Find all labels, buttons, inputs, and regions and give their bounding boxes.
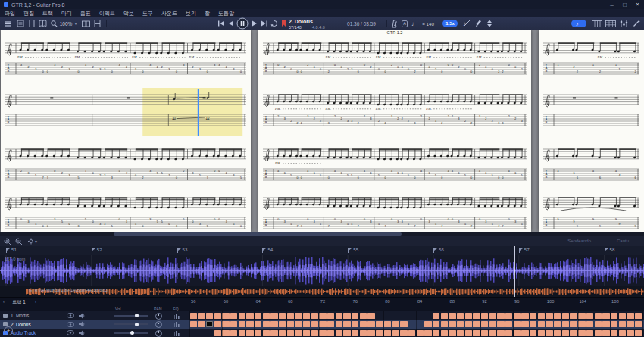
timeline-zoom-in-icon[interactable] (3, 236, 12, 246)
grid-bar-cell[interactable] (198, 313, 205, 319)
grid-bar-cell[interactable] (303, 330, 310, 336)
grid-bar-cell[interactable] (352, 330, 358, 336)
grid-bar-cell[interactable] (246, 330, 253, 336)
grid-bar-cell[interactable] (222, 321, 229, 327)
grid-bar-cell[interactable] (336, 321, 342, 327)
volume-slider[interactable] (114, 323, 148, 325)
grid-bar-cell[interactable] (602, 330, 609, 336)
loop-icon[interactable] (270, 17, 279, 30)
play-pause-button[interactable] (236, 17, 249, 30)
grid-bar-cell[interactable] (441, 330, 448, 336)
track-name[interactable]: 1. Mortis (11, 313, 29, 318)
grid-bar-cell[interactable] (303, 321, 310, 327)
grid-bar-cell[interactable] (408, 330, 415, 336)
menu-item-4[interactable]: 음표 (80, 10, 91, 17)
grid-bar-cell[interactable] (586, 330, 593, 336)
eq-icon[interactable] (173, 330, 180, 336)
grid-bar-cell[interactable] (384, 330, 391, 336)
grid-bar-cell[interactable] (473, 313, 480, 319)
grid-bar-cell[interactable] (530, 330, 536, 336)
grid-bar-cell[interactable] (343, 330, 350, 336)
score-page-3[interactable]: TAB12212112P.M.TABTAB46646446TAB99999999 (539, 30, 644, 232)
grid-bar-cell[interactable] (246, 321, 253, 327)
count-in-button[interactable]: A (400, 17, 409, 30)
grid-bar-cell[interactable] (514, 313, 521, 319)
grid-bar-cell[interactable] (263, 330, 270, 336)
view-book-icon[interactable] (38, 17, 48, 30)
section-label-1[interactable]: Sendeando (567, 239, 591, 243)
pencil-icon[interactable] (474, 17, 483, 30)
grid-bar-cell[interactable] (465, 330, 472, 336)
grid-bar-cell[interactable] (635, 313, 642, 319)
score-page-2[interactable]: GTR 1.2TAB0200020020022002P.M.00200020P.… (258, 30, 531, 232)
track-mute-icon[interactable] (79, 330, 86, 336)
grid-bar-cell[interactable] (239, 313, 245, 319)
layout-horizontal-icon[interactable] (81, 17, 91, 30)
tracks-next-icon[interactable]: › (35, 299, 36, 304)
menu-item-6[interactable]: 악보 (123, 10, 134, 17)
grid-bar-cell[interactable] (481, 313, 488, 319)
grid-bar-cell[interactable] (602, 313, 609, 319)
grid-bar-cell[interactable] (367, 313, 374, 319)
grid-bar-cell[interactable] (595, 313, 602, 319)
grid-bar-cell[interactable] (295, 321, 302, 327)
mixer-icon[interactable] (618, 17, 629, 30)
grid-bar-cell[interactable] (270, 313, 277, 319)
grid-bar-cell[interactable] (578, 321, 585, 327)
grid-bar-cell[interactable] (360, 313, 367, 319)
pan-knob[interactable] (155, 313, 162, 320)
volume-slider[interactable] (114, 332, 148, 334)
grid-bar-cell[interactable] (489, 330, 496, 336)
fretboard-icon[interactable] (605, 17, 617, 30)
grid-bar-cell[interactable] (554, 313, 561, 319)
grid-bar-cell[interactable] (546, 313, 552, 319)
grid-bar-cell[interactable] (473, 330, 480, 336)
grid-bar-cell[interactable] (287, 321, 294, 327)
relative-speed-icon[interactable]: ♪ (462, 17, 471, 30)
zoom-caret-icon[interactable]: ▼ (73, 17, 79, 30)
grid-bar-cell[interactable] (619, 330, 626, 336)
zoom-icon[interactable] (50, 17, 58, 30)
menu-item-11[interactable]: 도움말 (218, 10, 234, 17)
menu-item-7[interactable]: 도구 (142, 10, 153, 17)
menu-item-10[interactable]: 창 (205, 10, 210, 17)
track-visibility-icon[interactable] (67, 322, 74, 327)
view-score-icon[interactable] (15, 17, 25, 30)
grid-bar-cell[interactable] (287, 330, 294, 336)
grid-bar-cell[interactable] (279, 313, 286, 319)
playhead[interactable] (514, 246, 515, 297)
grid-bar-cell[interactable] (521, 330, 528, 336)
tracks-prev-icon[interactable]: ‹ (3, 299, 5, 304)
grid-bar-cell[interactable] (327, 321, 334, 327)
timeline-zoom-out-icon[interactable] (14, 236, 23, 246)
grid-bar-cell[interactable] (433, 330, 439, 336)
menu-item-9[interactable]: 보기 (186, 10, 196, 17)
grid-bar-cell[interactable] (586, 321, 593, 327)
grid-bar-cell[interactable] (424, 321, 431, 327)
grid-bar-cell[interactable] (505, 330, 512, 336)
grid-bar-cell[interactable] (376, 330, 383, 336)
grid-bar-cell[interactable] (343, 321, 350, 327)
timeline-ruler[interactable]: 5152535455565758 (0, 246, 644, 255)
grid-bar-cell[interactable] (206, 313, 213, 319)
menu-item-0[interactable]: 파일 (5, 10, 15, 17)
grid-bar-cell[interactable] (214, 321, 221, 327)
track-name[interactable]: 2. Doloris (11, 322, 31, 327)
grid-bar-cell[interactable] (239, 330, 245, 336)
grid-bar-cell[interactable] (433, 321, 439, 327)
grid-bar-cell[interactable] (319, 313, 326, 319)
grid-bar-cell[interactable] (578, 330, 585, 336)
maximize-button[interactable]: ▢ (618, 2, 631, 8)
grid-bar-cell[interactable] (384, 321, 391, 327)
grid-bar-cell[interactable] (214, 330, 221, 336)
score-page-1[interactable]: TAB32300323P.M.03233032P.M.30322303P.M.2… (1, 30, 251, 232)
track-row-2[interactable]: 2. Doloris (0, 320, 644, 329)
grid-bar-cell[interactable] (570, 313, 577, 319)
grid-bar-cell[interactable] (239, 321, 245, 327)
grid-bar-cell[interactable] (530, 321, 536, 327)
track-row-1[interactable]: 1. Mortis (0, 311, 644, 320)
grid-bar-cell[interactable] (352, 313, 358, 319)
grid-bar-cell[interactable] (611, 330, 617, 336)
grid-bar-cell[interactable] (255, 330, 261, 336)
menu-item-1[interactable]: 편집 (23, 10, 34, 17)
